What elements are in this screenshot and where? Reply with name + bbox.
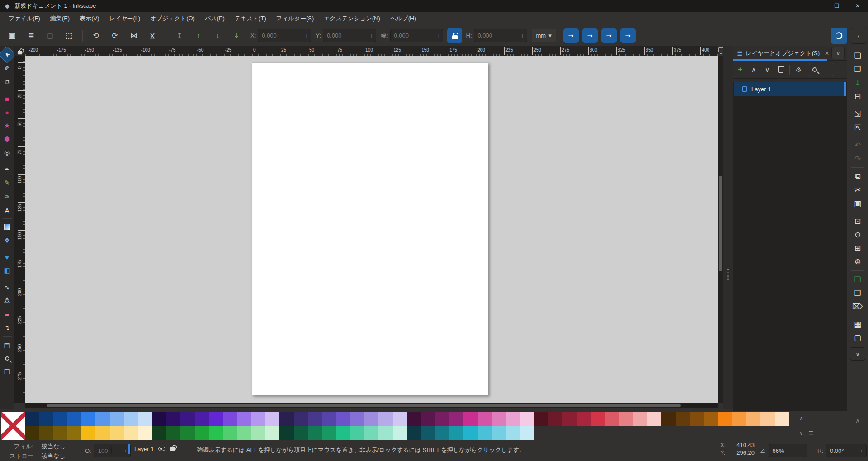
swatch-magentas-7[interactable] <box>492 412 506 426</box>
swatch-cyans-7[interactable] <box>492 426 506 440</box>
rectangle-tool[interactable]: ■ <box>1 93 13 104</box>
swatch-cyans-1[interactable] <box>407 426 421 440</box>
star-tool[interactable]: ★ <box>1 120 13 132</box>
opacity-minus-button[interactable]: − <box>111 447 121 454</box>
swatch-teals-1[interactable] <box>279 426 293 440</box>
swatch-reds-1[interactable] <box>534 412 548 426</box>
swatch-purples-5[interactable] <box>209 412 223 426</box>
swatch-blues-1[interactable] <box>25 412 39 426</box>
move-layer-down-button[interactable]: ∨ <box>760 63 774 76</box>
eraser-tool[interactable]: ▰ <box>1 309 13 320</box>
swatch-blues-3[interactable] <box>53 412 67 426</box>
swatch-magentas-6[interactable] <box>478 412 492 426</box>
redo-button[interactable]: ↷ <box>851 152 864 165</box>
import-button[interactable]: ⇲ <box>851 108 864 120</box>
zoom-to-page-button[interactable]: ⊞ <box>851 242 864 254</box>
swatch-greens-1[interactable] <box>152 426 166 440</box>
swatch-oranges-3[interactable] <box>690 412 704 426</box>
group-button[interactable]: ▦ <box>851 318 864 330</box>
swatch-greens-3[interactable] <box>180 426 194 440</box>
swatch-oranges-7[interactable] <box>746 412 760 426</box>
open-document-button[interactable]: ❒ <box>851 63 864 75</box>
mesh-gradient-tool[interactable]: ❖ <box>1 235 13 246</box>
swatch-golds-5[interactable] <box>81 426 95 440</box>
save-document-button[interactable]: ↧ <box>851 76 864 89</box>
swatch-cyans-4[interactable] <box>449 426 463 440</box>
swatch-reds-6[interactable] <box>605 412 619 426</box>
horizontal-ruler[interactable]: -200-175-150-125-100-75-50-2502550751001… <box>25 46 718 56</box>
layer-settings-button[interactable]: ⚙ <box>792 63 805 76</box>
layer-search-button[interactable] <box>809 63 834 76</box>
paste-button[interactable]: ▣ <box>851 197 864 210</box>
swatch-golds-9[interactable] <box>138 426 152 440</box>
fill-stroke-indicator[interactable]: フィル: 該当なし ストローク: 該当なし <box>5 442 66 461</box>
measure-tool[interactable]: ▤ <box>1 339 13 351</box>
panel-menu-button[interactable]: ∨ <box>831 47 845 59</box>
layer-visibility-toggle[interactable] <box>158 447 165 451</box>
vertical-scrollbar-thumb[interactable] <box>719 176 722 271</box>
swatch-blues-8[interactable] <box>124 412 138 426</box>
rotation-minus-button[interactable]: − <box>848 447 857 454</box>
menu-3[interactable]: 表示(V) <box>75 13 104 24</box>
gradient-tool[interactable] <box>1 221 13 233</box>
deselect-button[interactable]: ▢ <box>43 28 57 43</box>
x-field[interactable]: 0.000 − + <box>258 29 311 42</box>
swatch-teals-5[interactable] <box>336 426 350 440</box>
swatch-reds-5[interactable] <box>591 412 605 426</box>
swatch-purples-7[interactable] <box>237 412 251 426</box>
minimize-button[interactable]: — <box>806 0 826 12</box>
swatch-oranges-5[interactable] <box>718 412 732 426</box>
swatch-golds-6[interactable] <box>95 426 109 440</box>
swatch-cyans-8[interactable] <box>506 426 520 440</box>
swatch-cyans-5[interactable] <box>463 426 477 440</box>
opacity-field[interactable]: 100 − + <box>94 444 131 457</box>
menu-4[interactable]: レイヤー(L) <box>104 13 146 24</box>
swatch-purples-9[interactable] <box>265 412 279 426</box>
lower-to-bottom-button[interactable]: ↧ <box>229 28 244 43</box>
text-tool[interactable]: A <box>1 204 13 216</box>
vertical-scrollbar[interactable] <box>718 56 723 403</box>
close-button[interactable]: ✕ <box>847 0 868 12</box>
select-all-button[interactable]: ▣ <box>5 28 19 43</box>
swatch-reds-7[interactable] <box>619 412 633 426</box>
swatch-oranges-1[interactable] <box>661 412 675 426</box>
guide-lock-toggle[interactable] <box>14 46 25 56</box>
canvas[interactable] <box>25 56 718 403</box>
swatch-purples-4[interactable] <box>195 412 209 426</box>
menu-6[interactable]: パス(P) <box>200 13 230 24</box>
raise-button[interactable]: ↑ <box>191 28 206 43</box>
swatch-greens-9[interactable] <box>265 426 279 440</box>
node-tool[interactable]: ✐ <box>1 62 13 74</box>
unit-dropdown[interactable]: mm▾ <box>532 29 556 42</box>
width-plus-button[interactable]: + <box>434 32 443 39</box>
swatch-purples-8[interactable] <box>251 412 265 426</box>
swatch-teals-9[interactable] <box>393 426 407 440</box>
swatch-blues-5[interactable] <box>81 412 95 426</box>
swatch-blues-2[interactable] <box>39 412 53 426</box>
swatch-violets-4[interactable] <box>322 412 336 426</box>
layer-row[interactable]: Layer 1 <box>734 82 846 96</box>
swatch-violets-5[interactable] <box>336 412 350 426</box>
flip-vertical-button[interactable]: ⋈ <box>146 28 160 43</box>
swatch-golds-8[interactable] <box>124 426 138 440</box>
lock-ratio-toggle[interactable] <box>447 28 462 43</box>
swatch-violets-2[interactable] <box>294 412 308 426</box>
spray-tool[interactable]: ⁂ <box>1 295 13 307</box>
delete-layer-button[interactable] <box>774 63 788 76</box>
swatch-magentas-8[interactable] <box>506 412 520 426</box>
palette-menu-button[interactable]: ☰ <box>808 430 814 437</box>
menu-7[interactable]: テキスト(T) <box>230 13 271 24</box>
swatch-purples-6[interactable] <box>223 412 237 426</box>
swatch-golds-2[interactable] <box>39 426 53 440</box>
dock-resize-handle[interactable] <box>723 46 733 409</box>
swatch-blues-6[interactable] <box>95 412 109 426</box>
swatch-greens-2[interactable] <box>166 426 180 440</box>
swatch-blues-9[interactable] <box>138 412 152 426</box>
y-plus-button[interactable]: + <box>368 32 376 39</box>
zoom-tool[interactable] <box>1 353 13 364</box>
rotate-ccw-button[interactable]: ⟲ <box>89 28 103 43</box>
swatch-teals-2[interactable] <box>294 426 308 440</box>
swatch-reds-3[interactable] <box>562 412 576 426</box>
swatch-magentas-5[interactable] <box>463 412 477 426</box>
swatch-greens-8[interactable] <box>251 426 265 440</box>
